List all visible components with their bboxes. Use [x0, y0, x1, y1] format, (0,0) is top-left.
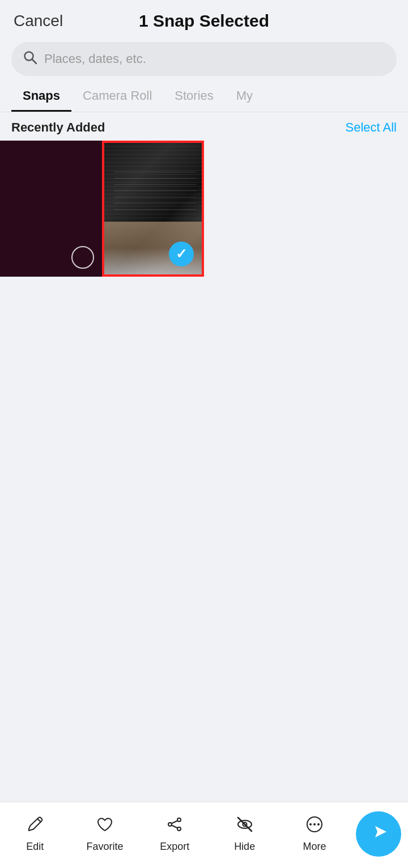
section-header: Recently Added Select All — [0, 112, 408, 141]
favorite-action[interactable]: Favorite — [76, 815, 133, 853]
hide-icon — [236, 815, 254, 837]
export-action[interactable]: Export — [146, 815, 203, 853]
svg-point-12 — [309, 823, 312, 825]
send-button[interactable] — [356, 811, 401, 857]
section-label: Recently Added — [11, 120, 105, 135]
export-icon — [165, 815, 184, 837]
search-icon — [23, 50, 37, 68]
more-action[interactable]: More — [286, 815, 343, 853]
more-label: More — [303, 841, 326, 853]
media-cell-1[interactable] — [0, 141, 102, 277]
svg-line-7 — [172, 825, 178, 828]
checkmark-selected-2 — [169, 242, 194, 266]
svg-point-3 — [168, 823, 172, 826]
tab-snaps[interactable]: Snaps — [11, 83, 71, 112]
edit-action[interactable]: Edit — [7, 815, 63, 853]
edit-icon — [26, 815, 44, 837]
search-placeholder: Places, dates, etc. — [44, 52, 146, 66]
page-title: 1 Snap Selected — [139, 11, 269, 31]
favorite-label: Favorite — [86, 841, 123, 853]
svg-point-5 — [177, 827, 181, 831]
hide-label: Hide — [234, 841, 255, 853]
selection-circle-1 — [71, 246, 94, 269]
tab-camera-roll[interactable]: Camera Roll — [71, 83, 163, 112]
cancel-button[interactable]: Cancel — [14, 12, 63, 30]
svg-line-6 — [172, 821, 178, 824]
media-cell-2[interactable] — [102, 141, 204, 277]
export-label: Export — [160, 841, 189, 853]
edit-label: Edit — [26, 841, 44, 853]
hide-action[interactable]: Hide — [216, 815, 273, 853]
media-grid — [0, 141, 408, 277]
tab-stories[interactable]: Stories — [163, 83, 224, 112]
tab-my[interactable]: My — [225, 83, 264, 112]
main-content: Recently Added Select All — [0, 112, 408, 345]
more-icon — [305, 815, 324, 837]
header: Cancel 1 Snap Selected — [0, 0, 408, 36]
svg-point-4 — [177, 818, 181, 822]
favorite-icon — [96, 815, 114, 837]
search-bar[interactable]: Places, dates, etc. — [11, 42, 397, 76]
svg-line-10 — [238, 818, 252, 831]
svg-point-14 — [317, 823, 320, 825]
svg-line-1 — [32, 60, 37, 64]
select-all-button[interactable]: Select All — [346, 120, 397, 135]
search-container: Places, dates, etc. — [0, 36, 408, 83]
send-icon — [369, 822, 390, 846]
svg-line-2 — [37, 819, 41, 822]
bottom-bar: Edit Favorite Export — [0, 802, 408, 868]
tabs-container: Snaps Camera Roll Stories My — [0, 83, 408, 112]
svg-marker-15 — [375, 826, 386, 837]
svg-point-13 — [313, 823, 316, 825]
